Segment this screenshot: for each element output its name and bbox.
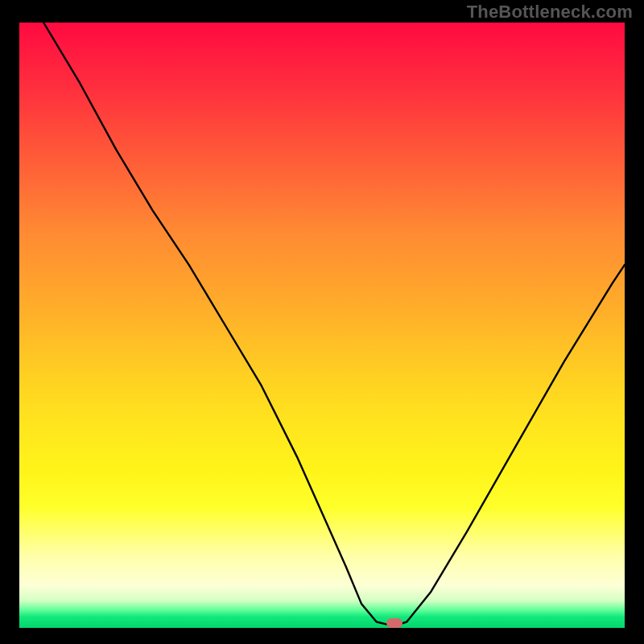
optimum-marker [386,618,402,628]
plot-area [19,23,625,628]
curve-path [43,23,625,625]
chart-frame: TheBottleneck.com [0,0,644,644]
watermark-text: TheBottleneck.com [467,2,633,23]
bottleneck-curve [19,23,625,628]
